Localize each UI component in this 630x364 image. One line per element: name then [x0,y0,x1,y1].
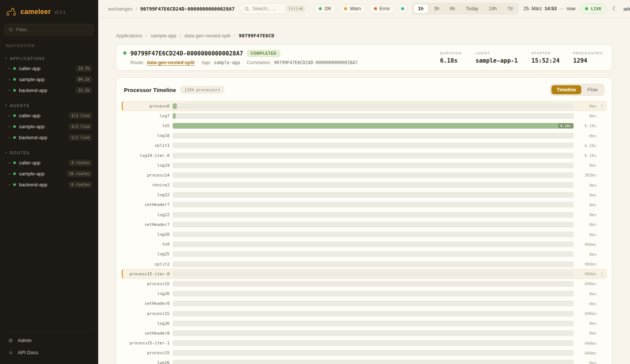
stat-processors: PROCESSORS1294 [573,51,603,64]
processor-name: to5 [124,123,170,128]
timeline-row[interactable]: log220ms⋮ [122,210,607,220]
timeline-row[interactable]: log260ms⋮ [122,318,607,328]
timeline-row[interactable]: process15-iter-0960ms⋮ [122,269,607,279]
status-dot [13,172,16,175]
row-menu-button[interactable]: ⋮ [599,104,605,109]
timeline-row[interactable]: log260ms⋮ [122,358,607,364]
app-version: v3.2.1 [54,10,65,14]
timeline-row[interactable]: log220ms⋮ [122,190,607,200]
timeline-row[interactable]: setHeader70ms⋮ [122,220,607,229]
sidebar-filter-input[interactable] [16,27,90,32]
correlation-label: Correlation: [247,60,272,65]
dark-mode-toggle[interactable]: ☾ [612,6,618,12]
search-icon [244,6,249,11]
sidebar-item-sample-app[interactable]: ▸sample-app16 routes [5,168,94,179]
status-dot [374,7,377,10]
timeline-row[interactable]: setHeader80ms⋮ [122,299,607,309]
app-logo[interactable]: cameleer v3.2.1 [5,5,94,24]
global-search[interactable]: Ctrl+K [239,3,309,14]
search-input[interactable] [252,6,283,11]
time-range-24h[interactable]: 24h [484,4,502,14]
view-flow-button[interactable]: Flow [582,85,603,94]
live-toggle[interactable]: LIVE [580,4,607,14]
row-menu-button[interactable]: ⋮ [599,272,605,276]
timeline-track [173,321,574,326]
timeline-row[interactable]: log250ms⋮ [122,249,607,259]
app-label: App: [201,60,211,65]
timeline-row[interactable]: split16.18s⋮ [122,141,607,151]
sidebar-item-backend-app[interactable]: ▸backend-app6 routes [5,179,94,190]
timeline-row[interactable]: process15-iter-1440ms⋮ [122,338,607,348]
duration-value: 0ms [577,331,596,335]
processor-name: split2 [124,262,170,267]
view-timeline-button[interactable]: Timeline [551,85,581,94]
timeline-row[interactable]: process15440ms⋮ [122,309,607,318]
time-range-6h[interactable]: 6h [445,4,460,14]
sidebar-item-sample-app[interactable]: ▸sample-app1/1 live [5,121,94,132]
chevron-right-icon: ▸ [9,172,10,175]
timeline-track [173,241,574,247]
timeline-row[interactable]: process15440ms⋮ [122,348,607,358]
sidebar-section-header[interactable]: ▾AGENTS [5,102,94,110]
time-range-1h[interactable]: 1h [413,4,429,14]
timeline-row[interactable]: log200ms⋮ [122,229,607,239]
time-range-3h[interactable]: 3h [429,4,444,14]
stat-duration: DURATION6.18s [440,51,462,64]
sidebar-item-backend-app[interactable]: ▸backend-app32.2k [5,85,94,96]
duration-value: 0ms [577,114,596,118]
timeline-row[interactable]: process14383ms⋮ [122,170,607,180]
duration-value: 0ms [577,163,596,167]
status-dot [319,7,322,10]
stat-value: 15:52:24 [531,57,560,64]
sidebar-item-backend-app[interactable]: ▸backend-app1/1 live [5,132,94,143]
timeline-row[interactable]: split2960ms⋮ [122,259,607,269]
sidebar-section-header[interactable]: ▾ROUTES [5,149,94,157]
chevron-right-icon: ▸ [9,78,10,81]
breadcrumb-separator: / [146,33,147,38]
sidebar-footer-admin[interactable]: ⚙Admin [5,335,94,346]
route-link[interactable]: data-gen-nested-split [147,60,195,65]
timeline-row[interactable]: log19-iter-06.18s⋮ [122,151,607,160]
time-range-today[interactable]: Today [461,4,483,14]
sidebar-item-caller-app[interactable]: ▸caller-app4 routes [5,157,94,168]
duration-value: 0ms [577,321,596,326]
sidebar-item-sample-app[interactable]: ▸sample-app84.1k [5,74,94,85]
processor-name: log19-iter-0 [124,153,170,158]
timeline-row[interactable]: setHeader70ms⋮ [122,200,607,210]
breadcrumb-section[interactable]: exchanges [108,6,133,12]
timeline-row[interactable]: setHeader80ms⋮ [122,328,607,338]
sidebar-item-caller-app[interactable]: ▸caller-app1/1 live [5,110,94,121]
timeline-row[interactable]: log260ms⋮ [122,289,607,299]
stat-value: 6.18s [440,57,458,64]
chevron-right-icon: ▸ [9,114,10,117]
duration-bar: 6.18s [173,123,574,129]
timeline-row[interactable]: log190ms⋮ [122,160,607,170]
filter-more[interactable] [398,4,407,14]
timeline-track [173,212,574,218]
breadcrumb-item-data-gen-nested-split[interactable]: data-gen-nested-split [184,33,230,38]
sidebar-item-label: caller-app [19,113,40,118]
sidebar-item-label: sample-app [19,77,45,82]
timeline-row[interactable]: log180ms⋮ [122,131,607,141]
timeline-row[interactable]: to56.18s6.18s⋮ [122,121,607,131]
timeline-row[interactable]: process60ms⋮ [122,101,607,111]
timeline-row[interactable]: process15440ms⋮ [122,279,607,289]
exchange-info: 90799F47E6CD24D-00000000000028A7 COMPLET… [123,50,358,65]
timeline-row[interactable]: log70ms⋮ [122,111,607,121]
sidebar-item-caller-app[interactable]: ▸caller-app10.7k [5,63,94,74]
filter-warn[interactable]: Warn [339,4,366,14]
stat-value: 1294 [573,57,587,64]
breadcrumb-item-applications[interactable]: Applications [116,33,142,38]
processor-name: log22 [124,212,170,217]
timeline-row[interactable]: choice20ms⋮ [122,180,607,190]
sidebar-item-badge: 32.2k [76,87,92,94]
filter-ok[interactable]: OK [314,4,336,14]
breadcrumb-item-sample-app[interactable]: sample-app [151,33,176,38]
sidebar-section-header[interactable]: ▾APPLICATIONS [5,55,94,63]
timeline-track [173,202,574,207]
filter-error[interactable]: Error [369,4,395,14]
timeline-track [173,133,574,138]
timeline-row[interactable]: to9960ms⋮ [122,240,607,249]
sidebar-footer-api-docs[interactable]: ≡API Docs [5,347,94,358]
time-range-7d[interactable]: 7d [502,4,517,14]
